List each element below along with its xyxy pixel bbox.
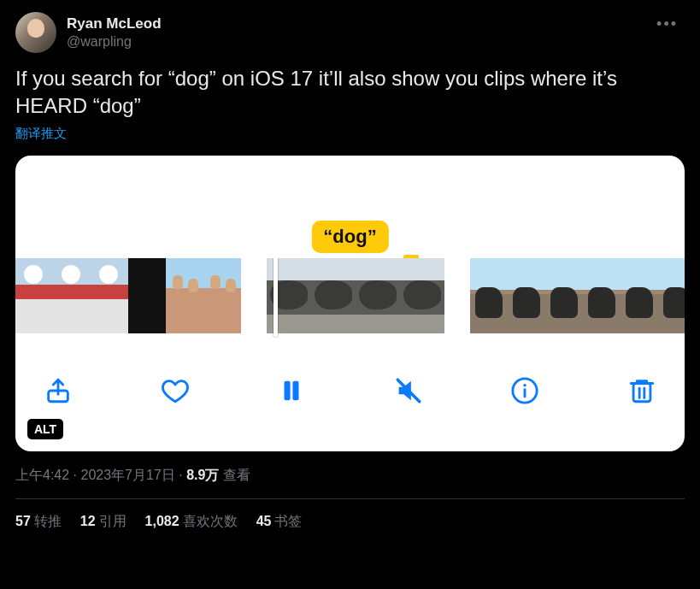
thumbnail: [583, 258, 621, 333]
translate-link[interactable]: 翻译推文: [15, 126, 685, 142]
thumbnail: [658, 258, 685, 333]
retweets-stat[interactable]: 57转推: [15, 513, 62, 531]
tweet-container: Ryan McLeod @warpling ••• If you search …: [0, 0, 700, 531]
tweet-text: If you search for “dog” on iOS 17 it’ll …: [15, 65, 685, 121]
svg-rect-1: [285, 380, 291, 400]
thumbnail: [53, 258, 91, 333]
media-top: “dog”: [15, 156, 685, 258]
views-label: 查看: [223, 468, 250, 482]
tweet-meta: 上午4:42 · 2023年7月17日 · 8.9万 查看: [15, 467, 685, 485]
clip[interactable]: [15, 258, 241, 333]
thumbnail: [91, 258, 128, 333]
media-card[interactable]: “dog”: [15, 156, 685, 451]
pause-icon[interactable]: [274, 374, 309, 408]
clip[interactable]: [470, 258, 685, 333]
alt-badge[interactable]: ALT: [27, 419, 63, 439]
svg-point-6: [524, 384, 526, 386]
filmstrip[interactable]: [15, 258, 685, 340]
display-name[interactable]: Ryan McLeod: [67, 15, 162, 32]
bookmarks-label: 书签: [274, 514, 302, 528]
thumbnail: [311, 258, 356, 333]
tweet-header: Ryan McLeod @warpling •••: [15, 12, 685, 53]
tweet-date[interactable]: 2023年7月17日: [80, 468, 174, 482]
quotes-count: 12: [80, 514, 96, 528]
svg-rect-7: [633, 383, 650, 401]
handle[interactable]: @warpling: [67, 33, 162, 50]
tweet-time[interactable]: 上午4:42: [15, 468, 69, 482]
likes-stat[interactable]: 1,082喜欢次数: [145, 513, 238, 531]
mute-icon[interactable]: [391, 374, 426, 408]
caption-bubble: “dog”: [311, 221, 388, 253]
share-icon[interactable]: [41, 374, 75, 408]
thumbnail: [128, 258, 166, 333]
thumbnail: [356, 258, 400, 333]
meta-sep: ·: [175, 468, 186, 482]
avatar[interactable]: [15, 12, 56, 53]
media-toolbar: [15, 340, 685, 422]
bookmarks-stat[interactable]: 45书签: [256, 513, 303, 531]
likes-count: 1,082: [145, 514, 179, 528]
likes-label: 喜欢次数: [183, 514, 238, 528]
thumbnail: [508, 258, 545, 333]
clip[interactable]: [267, 258, 444, 333]
author-block[interactable]: Ryan McLeod @warpling: [15, 12, 162, 53]
more-icon[interactable]: •••: [650, 12, 685, 37]
retweets-count: 57: [15, 514, 31, 528]
trash-icon[interactable]: [625, 374, 659, 408]
bookmarks-count: 45: [256, 514, 272, 528]
views-count: 8.9万: [186, 468, 219, 482]
thumbnail: [621, 258, 658, 333]
thumbnail: [203, 258, 241, 333]
thumbnail: [400, 258, 444, 333]
tweet-stats: 57转推 12引用 1,082喜欢次数 45书签: [15, 499, 685, 531]
author-names: Ryan McLeod @warpling: [67, 15, 162, 50]
thumbnail: [166, 258, 203, 333]
playhead[interactable]: [267, 258, 311, 333]
quotes-stat[interactable]: 12引用: [80, 513, 126, 531]
meta-sep: ·: [69, 468, 80, 482]
heart-icon[interactable]: [158, 374, 192, 408]
svg-rect-2: [293, 380, 299, 400]
retweets-label: 转推: [34, 514, 62, 528]
thumbnail: [545, 258, 583, 333]
info-icon[interactable]: [508, 374, 542, 408]
thumbnail: [15, 258, 53, 333]
thumbnail: [470, 258, 508, 333]
quotes-label: 引用: [99, 514, 126, 528]
